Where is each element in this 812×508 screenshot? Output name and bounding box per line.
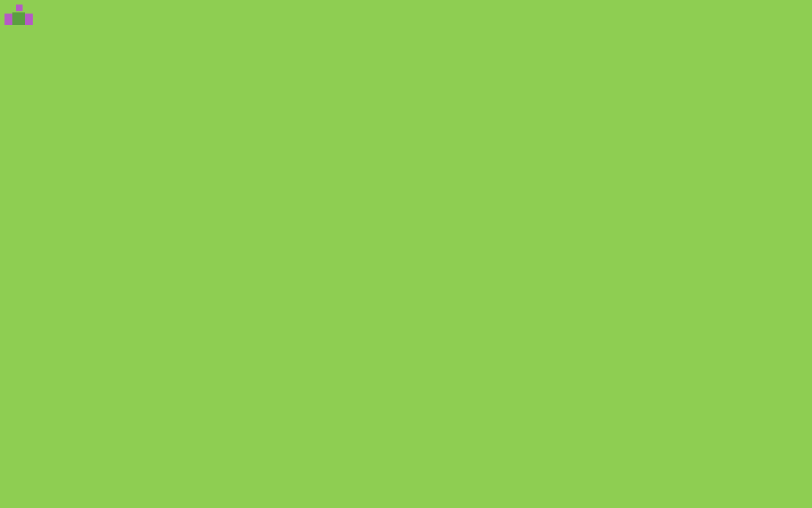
identicon-icon [531,483,557,508]
